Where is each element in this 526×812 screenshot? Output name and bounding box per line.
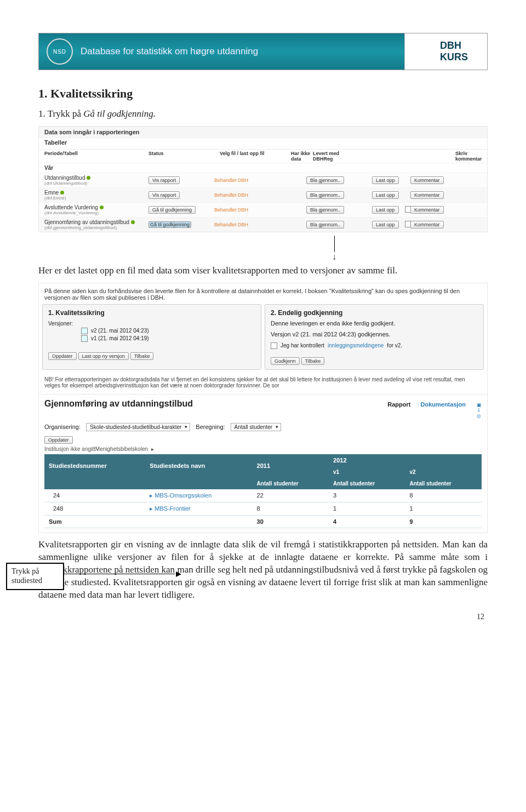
th-navn: Studiestedets navn: [145, 454, 252, 478]
studiested-link[interactable]: ▸ MBS-Frontier: [145, 502, 252, 515]
kommentar-button[interactable]: Kommentar: [410, 176, 444, 184]
status-text: Behandlet DBH: [214, 178, 280, 183]
chk-link[interactable]: innleggingsmeldingene: [328, 342, 384, 348]
row-name: Avsluttende Vurdering (dbf.Avsluttende_V…: [44, 204, 148, 215]
delivery-row: Emne (dbf.Emne)Vis rapportBehandlet DBHB…: [39, 187, 487, 202]
bla-gjennom-button[interactable]: Bla gjennom..: [306, 191, 344, 199]
subpanel-title: Gjennomføring av utdanningstilbud: [44, 399, 193, 409]
organisering-label: Organisering:: [44, 424, 81, 430]
bla-gjennom-button[interactable]: Bla gjennom..: [306, 221, 344, 228]
col-levert: Levert med DBHReg: [313, 151, 340, 162]
action-button[interactable]: Gå til godkjenning: [148, 221, 191, 228]
shot1-columns: Periode/Tabell Status Velg fil / last op…: [39, 149, 487, 163]
card-endelig-godkjenning: 2. Endelig godkjenning Denne leveringen …: [265, 304, 484, 370]
last-opp-button[interactable]: Last opp: [372, 206, 399, 214]
version-v2: v2 (21. mai 2012 04:23): [91, 328, 149, 334]
row-name: Utdanningstilbud (dbf.Utdanningstilbud): [44, 175, 148, 186]
banner-title: Database for statistikk om høgre utdanni…: [81, 46, 404, 57]
checkbox-kontrollert[interactable]: [271, 342, 277, 349]
last-opp-button[interactable]: Last opp: [372, 191, 399, 199]
chk-label: Jeg har kontrollert: [281, 342, 324, 348]
last-opp-ny-button[interactable]: Last opp ny versjon: [78, 352, 129, 360]
th-2011: 2011: [253, 454, 329, 478]
banner-right-logo: DBH KURS: [404, 33, 487, 70]
step-1-prefix: 1. Trykk på: [38, 108, 83, 119]
status-dot-icon: [131, 220, 135, 224]
card-kvalitetssikring: 1. Kvalitetssikring Versjoner: v2 (21. m…: [42, 304, 261, 370]
row-name: Emne (dbf.Emne): [44, 190, 148, 201]
organisering-select[interactable]: Skole-studiested-studietilbud-karakter: [86, 423, 190, 431]
th-v2: v2: [405, 466, 482, 478]
screenshot-godkjenning: På denne siden kan du forhåndsvise den l…: [38, 283, 488, 533]
checkbox-v2[interactable]: [81, 328, 88, 334]
callout-studiested: Trykk på studiested: [6, 563, 64, 590]
action-button[interactable]: Vis rapport: [148, 176, 180, 184]
oppdater-button[interactable]: Oppdater: [48, 352, 77, 360]
col-status: Status: [148, 151, 220, 162]
right-line1: Denne leveringen er enda ikke ferdig god…: [271, 320, 478, 327]
action-button[interactable]: Gå til godkjenning: [148, 206, 196, 214]
col-kommentar: Skriv kommentar: [455, 151, 488, 162]
oppdater-button-2[interactable]: Oppdater: [44, 436, 73, 444]
intro-text-2: Her er det lastet opp en fil med data so…: [38, 265, 488, 277]
delivery-row: Avsluttende Vurdering (dbf.Avsluttende_V…: [39, 202, 487, 217]
delivery-row: Gjennomføring av utdanningstilbud (dbf.g…: [39, 217, 487, 232]
th-sub-2: Antall studenter: [329, 478, 405, 489]
kommentar-button[interactable]: Kommentar: [410, 191, 444, 199]
banner-right-bottom: KURS: [440, 52, 452, 63]
banner-right-top: DBH: [440, 40, 452, 52]
version-v1: v1 (21. mai 2012 04:19): [91, 335, 149, 341]
checkbox-v1[interactable]: [81, 335, 88, 342]
studiested-link[interactable]: ▸ MBS-Omsorgsskolen: [145, 489, 252, 502]
status-dot-icon: [60, 191, 64, 195]
tilbake-button-left[interactable]: Tilbake: [130, 352, 154, 360]
row-name: Gjennomføring av utdanningstilbud (dbf.g…: [44, 219, 148, 230]
card-left-title: 1. Kvalitetssikring: [48, 309, 255, 317]
card-right-title: 2. Endelig godkjenning: [271, 309, 478, 317]
screenshot-deliveries: Data som inngår i rapporteringen Tabelle…: [38, 126, 488, 232]
data-table: Studiestedsnummer Studiestedets navn 201…: [44, 454, 482, 528]
status-text: Behandlet DBH: [214, 192, 280, 198]
beregning-select[interactable]: Antall studenter: [231, 423, 282, 431]
step-1: 1. Trykk på Gå til godkjenning.: [38, 108, 488, 119]
status-dot-icon: [100, 205, 104, 209]
last-opp-button[interactable]: Last opp: [372, 176, 399, 184]
last-opp-button[interactable]: Last opp: [372, 221, 399, 228]
th-sub-1: Antall studenter: [253, 478, 329, 489]
page-number: 12: [38, 607, 488, 621]
sum-row: Sum 30 4 9: [44, 515, 482, 528]
kommentar-button[interactable]: Kommentar: [410, 206, 444, 214]
callout-arrow-icon: [55, 574, 181, 576]
site-banner: Database for statistikk om høgre utdanni…: [38, 33, 488, 70]
tilbake-button-right[interactable]: Tilbake: [301, 357, 325, 365]
status-text: Behandlet DBH: [214, 207, 280, 213]
chk-tail: for v2.: [387, 342, 402, 348]
beregning-label: Beregning:: [196, 424, 225, 430]
status-dot-icon: [87, 176, 90, 180]
th-2012: 2012: [329, 454, 482, 466]
table-row: 24▸ MBS-Omsorgsskolen2238: [44, 489, 482, 502]
action-button[interactable]: Vis rapport: [148, 191, 180, 199]
main-paragraph: Kvalitetsrapporten gir en visning av de …: [38, 539, 488, 602]
tab-dokumentasjon[interactable]: Dokumentasjon: [420, 401, 466, 408]
th-sub-3: Antall studenter: [405, 478, 482, 489]
versjoner-label: Versjoner:: [48, 321, 73, 327]
shot1-vaar: Vår: [39, 163, 487, 173]
th-v1: v1: [329, 466, 405, 478]
col-velg: Velg fil / last opp fil: [220, 151, 291, 162]
shot1-subtitle: Tabeller: [39, 138, 487, 149]
col-periode: Periode/Tabell: [44, 151, 148, 162]
export-icons[interactable]: ▣⇩◎: [477, 402, 482, 419]
step-1-link: Gå til godkjenning.: [83, 108, 156, 119]
status-text: Behandlet DBH: [214, 222, 280, 227]
th-studiestedsnummer: Studiestedsnummer: [44, 454, 145, 478]
breadcrumb[interactable]: Institusjon ikke angittMenighetsbibelsko…: [44, 446, 482, 452]
bla-gjennom-button[interactable]: Bla gjennom..: [306, 176, 344, 184]
kommentar-button[interactable]: Kommentar: [410, 221, 444, 228]
col-harikke: Har ikke data: [291, 151, 313, 162]
panel-nb-note: NB! For etterrapporteringen av doktorgra…: [39, 373, 487, 394]
delivery-row: Utdanningstilbud (dbf.Utdanningstilbud)V…: [39, 173, 487, 187]
tab-rapport[interactable]: Rapport: [387, 401, 410, 408]
bla-gjennom-button[interactable]: Bla gjennom..: [306, 206, 344, 214]
godkjenn-button[interactable]: Godkjenn: [271, 357, 300, 365]
